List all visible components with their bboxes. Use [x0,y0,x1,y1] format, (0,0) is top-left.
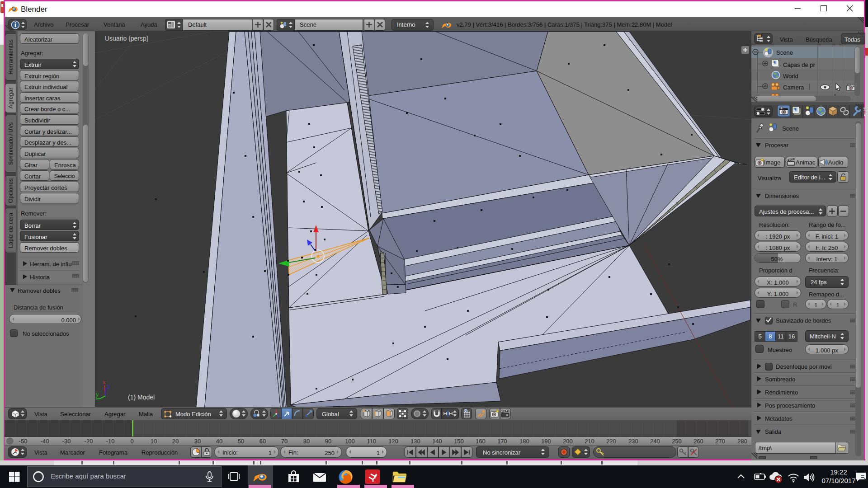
svg-text:-30: -30 [62,438,71,445]
svg-text:180: 180 [519,438,529,445]
svg-text:110: 110 [367,438,377,445]
svg-text:y: y [96,391,99,398]
svg-text:160: 160 [476,438,486,445]
svg-text:270: 270 [715,438,725,445]
svg-text:90: 90 [325,438,331,445]
svg-text:50: 50 [238,438,244,445]
svg-text:-20: -20 [85,438,93,445]
svg-text:Sombreado / UVs: Sombreado / UVs [8,122,14,165]
svg-text:140: 140 [432,438,442,445]
svg-text:220: 220 [606,438,616,445]
svg-text:150: 150 [454,438,464,445]
svg-text:Lápiz de cera: Lápiz de cera [7,212,14,248]
svg-text:200: 200 [563,438,573,445]
svg-text:Usuario (persp): Usuario (persp) [105,35,148,42]
svg-text:170: 170 [497,438,507,445]
svg-text:-40: -40 [41,438,49,445]
svg-text:240: 240 [650,438,660,445]
svg-text:Herramientas: Herramientas [7,39,14,75]
svg-text:-50: -50 [19,438,28,445]
svg-text:z: z [107,384,110,390]
svg-text:10: 10 [151,438,157,445]
svg-text:0: 0 [130,438,133,445]
svg-text:30: 30 [194,438,201,445]
svg-text:100: 100 [345,438,355,445]
svg-text:70: 70 [281,438,288,445]
svg-text:210: 210 [585,438,594,445]
svg-text:Opciones: Opciones [7,178,14,203]
svg-text:x: x [103,379,105,385]
svg-text:260: 260 [693,438,703,445]
svg-text:-10: -10 [106,438,115,445]
svg-text:120: 120 [388,438,398,445]
svg-text:(1) Model: (1) Model [128,394,155,401]
svg-text:280: 280 [737,438,747,445]
svg-text:Agregar: Agregar [7,87,14,108]
svg-text:80: 80 [303,438,310,445]
svg-text:60: 60 [259,438,266,445]
svg-text:250: 250 [672,438,682,445]
svg-text:190: 190 [541,438,551,445]
svg-text:20: 20 [172,438,179,445]
svg-text:40: 40 [216,438,222,445]
svg-text:230: 230 [628,438,638,445]
svg-text:130: 130 [410,438,420,445]
